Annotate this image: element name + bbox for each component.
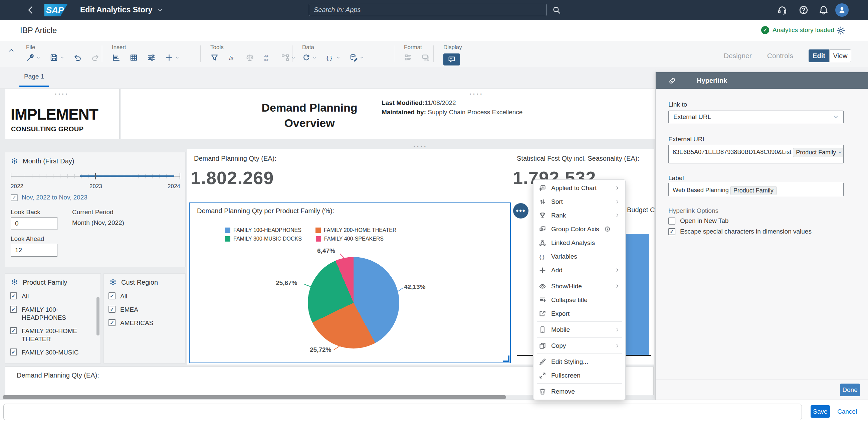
redo-icon[interactable] xyxy=(91,53,99,62)
chevron-right-icon xyxy=(615,284,620,289)
filter-item-family-300-music[interactable]: FAMILY 300-MUSIC xyxy=(10,348,96,357)
edit-model-button[interactable] xyxy=(349,53,364,62)
look-ahead-input[interactable]: 12 xyxy=(11,244,57,257)
menu-item-collapse-title[interactable]: Collapse title xyxy=(533,293,625,307)
horizontal-scrollbar[interactable] xyxy=(3,395,506,399)
checkbox[interactable] xyxy=(10,292,17,300)
month-range-row[interactable]: Nov, 2022 to Nov, 2023 xyxy=(11,194,88,201)
checkbox[interactable] xyxy=(108,306,116,313)
settings-gear-icon[interactable] xyxy=(836,26,845,35)
checkbox[interactable] xyxy=(10,306,17,313)
month-filter-widget[interactable]: Month (First Day) 2022 2023 2024 Nov, 20… xyxy=(5,152,186,267)
filter-item-family-100-headphones[interactable]: FAMILY 100-HEADPHONES xyxy=(10,306,96,322)
checkbox[interactable] xyxy=(108,292,116,300)
refresh-button[interactable] xyxy=(302,53,316,62)
menu-item-remove[interactable]: Remove xyxy=(533,385,625,398)
menu-item-label: Applied to Chart xyxy=(551,185,597,192)
filter-icon[interactable] xyxy=(210,53,219,62)
variables-button[interactable]: { } xyxy=(326,53,340,62)
look-back-input[interactable]: 0 xyxy=(11,217,57,230)
legend-item[interactable]: FAMILY 200-HOME THEATER xyxy=(315,227,397,233)
back-icon[interactable] xyxy=(26,5,35,15)
tab-page-1[interactable]: Page 1 xyxy=(19,73,49,87)
product-family-filter-widget[interactable]: Product Family AllFAMILY 100-HEADPHONESF… xyxy=(5,273,101,364)
widget-drag-handle[interactable]: ···· xyxy=(469,90,484,98)
legend-item[interactable]: FAMILY 300-MUSIC DOCKS xyxy=(225,236,302,242)
escape-chars-checkbox[interactable] xyxy=(669,228,675,235)
formula-icon[interactable]: fx xyxy=(228,53,236,62)
file-settings-button[interactable] xyxy=(26,53,40,62)
avatar[interactable] xyxy=(835,3,849,17)
menu-item-fullscreen[interactable]: Fullscreen xyxy=(533,369,625,382)
checkbox[interactable] xyxy=(10,327,17,334)
range-checkbox[interactable] xyxy=(11,194,18,201)
widget-drag-handle[interactable]: ···· xyxy=(55,90,69,98)
designer-tab[interactable]: Designer xyxy=(724,52,752,60)
menu-item-export[interactable]: Export xyxy=(533,307,625,320)
legend-item[interactable]: FAMILY 400-SPEAKERS xyxy=(316,236,383,242)
bar-chart-bar[interactable] xyxy=(625,234,649,355)
filter-item-americas[interactable]: AMERICAS xyxy=(108,319,181,327)
save-story-button[interactable]: Save xyxy=(811,405,830,418)
filter-item-family-200-home-theater[interactable]: FAMILY 200-HOME THEATER xyxy=(10,327,96,343)
save-button[interactable] xyxy=(50,53,64,62)
escape-chars-row[interactable]: Escape special characters in dimension v… xyxy=(669,228,812,235)
insert-chart-icon[interactable] xyxy=(112,53,120,62)
hierarchy-button[interactable] xyxy=(281,53,296,62)
comment-mode-button[interactable] xyxy=(443,53,460,65)
menu-item-show-hide[interactable]: Show/Hide xyxy=(533,279,625,293)
label-input[interactable]: Web Based Planning Product Family xyxy=(669,183,844,196)
menu-item-rank[interactable]: Rank xyxy=(533,208,625,222)
widget-resize-handle[interactable] xyxy=(503,356,509,362)
open-new-tab-checkbox[interactable] xyxy=(669,218,675,225)
menu-item-applied-to-chart[interactable]: Applied to Chart xyxy=(533,181,625,195)
menu-item-sort[interactable]: Sort xyxy=(533,195,625,208)
cancel-button[interactable]: Cancel xyxy=(837,408,857,415)
checkbox[interactable] xyxy=(10,348,17,356)
controls-tab[interactable]: Controls xyxy=(767,52,793,60)
menu-item-linked-analysis[interactable]: Linked Analysis xyxy=(533,236,625,250)
devices-icon[interactable] xyxy=(422,53,430,62)
scrollbar[interactable] xyxy=(96,297,99,336)
undo-icon[interactable] xyxy=(73,53,82,62)
filter-item-all[interactable]: All xyxy=(10,292,96,300)
pie-chart-widget[interactable]: Demand Planning Qty per Product Family (… xyxy=(189,202,511,363)
collapse-toolbar-icon[interactable] xyxy=(8,47,15,53)
help-icon[interactable] xyxy=(799,5,809,15)
external-url-token[interactable]: Product Family xyxy=(793,148,844,157)
comparison-icon[interactable]: <≠=> xyxy=(264,53,272,62)
open-new-tab-row[interactable]: Open in New Tab xyxy=(669,217,728,225)
insert-more-button[interactable] xyxy=(165,53,179,62)
input-controls-icon[interactable] xyxy=(147,53,156,62)
shell-title[interactable]: Edit Analytics Story xyxy=(80,5,152,15)
link-to-select[interactable]: External URL xyxy=(669,111,844,123)
done-button[interactable]: Done xyxy=(840,384,860,396)
shell-title-chevron-icon[interactable] xyxy=(157,7,163,13)
menu-item-copy[interactable]: Copy xyxy=(533,339,625,352)
menu-item-variables[interactable]: { }Variables xyxy=(533,250,625,263)
filter-item-emea[interactable]: EMEA xyxy=(108,306,181,314)
external-url-input[interactable]: 63E6B5A071EED87938B0BD1A8C090&List Produ… xyxy=(669,145,844,163)
cust-region-filter-widget[interactable]: Cust Region AllEMEAAMERICAS xyxy=(103,273,186,364)
scales-icon[interactable] xyxy=(246,53,254,62)
insert-table-icon[interactable] xyxy=(129,53,138,62)
menu-item-edit-styling[interactable]: Edit Styling... xyxy=(533,355,625,369)
view-toggle-button[interactable]: View xyxy=(829,50,851,62)
support-icon[interactable] xyxy=(777,5,787,15)
comment-input[interactable] xyxy=(3,404,802,420)
menu-item-add[interactable]: Add xyxy=(533,263,625,277)
pie-chart[interactable] xyxy=(308,257,399,348)
filter-item-all[interactable]: All xyxy=(108,292,181,300)
search-icon[interactable] xyxy=(552,6,561,15)
menu-item-group-color-axis[interactable]: Group Color Axis xyxy=(533,222,625,236)
label-token[interactable]: Product Family xyxy=(731,186,777,195)
search-input[interactable]: Search in: Apps xyxy=(309,4,547,16)
checkbox[interactable] xyxy=(108,319,116,326)
slider-selected-range[interactable] xyxy=(80,175,174,177)
format-page-icon[interactable] xyxy=(404,53,412,62)
menu-item-mobile[interactable]: Mobile xyxy=(533,323,625,336)
edit-toggle-button[interactable]: Edit xyxy=(809,50,829,62)
legend-item[interactable]: FAMILY 100-HEADPHONES xyxy=(225,227,302,233)
notifications-icon[interactable] xyxy=(818,5,829,15)
widget-more-actions-button[interactable]: ••• xyxy=(513,203,528,219)
